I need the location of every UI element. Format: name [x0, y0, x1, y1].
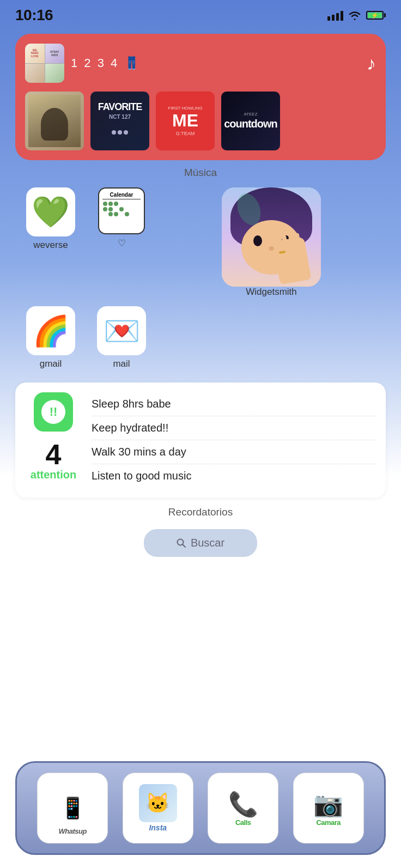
- signal-bar-1: [327, 16, 330, 21]
- reminder-count: 4: [46, 440, 62, 469]
- calendar-header: Calendar: [102, 192, 141, 199]
- reminder-item-1: Sleep 8hrs babe: [92, 392, 375, 416]
- status-icons: ⚡: [327, 10, 386, 21]
- reminder-attention-label: attention: [31, 469, 76, 481]
- nct127-text: NCT 127: [109, 114, 131, 120]
- favorite-text: FAVORITE: [98, 102, 142, 112]
- whatsup-label: Whatsup: [59, 827, 87, 835]
- countdown-text: countdown: [224, 118, 277, 130]
- calls-label: Calls: [235, 818, 251, 827]
- reminder-item-4: Listen to good music: [92, 464, 375, 488]
- signal-bar-2: [332, 15, 335, 21]
- jeans-icon: 👖: [124, 56, 139, 70]
- weverse-icon-wrapper[interactable]: 💚: [26, 187, 75, 236]
- album-collage: WENEEDLOVE STRAYKIDS: [25, 44, 64, 83]
- music-note-icon: ♪: [367, 53, 376, 74]
- first-howling-text: FIRST HOWLING: [168, 106, 202, 111]
- search-button[interactable]: Buscar: [144, 529, 257, 557]
- search-button-container: Buscar: [0, 529, 401, 557]
- album-thumb-2: FAVORITE NCT 127: [90, 92, 149, 150]
- dock: 📱 Whatsup 🐱 Insta 📞 Calls 📷 Camara: [15, 761, 386, 855]
- camara-label: Camara: [316, 818, 341, 827]
- gmail-app-col: 🌈 gmail: [15, 306, 86, 369]
- signal-bar-3: [336, 13, 339, 21]
- reminders-app-icon[interactable]: !!: [34, 392, 73, 432]
- app-icons-row2: 🌈 gmail 💌 mail: [0, 298, 401, 374]
- calendar-label: ♡: [118, 238, 126, 249]
- widgetsmith-icon-wrapper[interactable]: [222, 187, 321, 287]
- dock-insta[interactable]: 🐱 Insta: [123, 773, 193, 843]
- music-widget-top: WENEEDLOVE STRAYKIDS 1 2 3 4 👖 ♪: [25, 44, 376, 83]
- insta-cat-image: 🐱: [139, 784, 177, 822]
- mail-icon-wrapper[interactable]: 💌: [97, 306, 146, 355]
- insta-label: Insta: [149, 823, 167, 832]
- music-numbers: 1 2 3 4: [71, 56, 119, 70]
- calendar-icon-wrapper[interactable]: Calendar: [98, 187, 145, 234]
- gmail-icon-wrapper[interactable]: 🌈: [26, 306, 75, 355]
- album-thumb-4: ATEEZ countdown: [221, 92, 280, 150]
- calls-phone-icon: 📞: [228, 790, 258, 818]
- music-section-label: Música: [0, 167, 401, 179]
- dock-whatsup[interactable]: 📱 Whatsup: [37, 773, 108, 843]
- widgetsmith-label: Widgetsmith: [246, 287, 297, 298]
- battery-icon: ⚡: [366, 11, 386, 20]
- me-text: ME: [172, 111, 198, 131]
- search-label: Buscar: [191, 537, 224, 549]
- mail-app-col: 💌 mail: [86, 306, 157, 369]
- mail-envelope-icon: 💌: [104, 314, 140, 348]
- wifi-icon: [348, 10, 362, 21]
- weverse-label: weverse: [33, 240, 68, 251]
- reminder-item-2: Keep hydrated!!: [92, 416, 375, 440]
- signal-bar-4: [341, 11, 343, 21]
- reminder-item-3: Walk 30 mins a day: [92, 440, 375, 464]
- status-bar: 10:16 ⚡: [0, 0, 401, 28]
- reminders-list: Sleep 8hrs babe Keep hydrated!! Walk 30 …: [92, 392, 375, 488]
- dock-camara[interactable]: 📷 Camara: [293, 773, 364, 843]
- search-icon: [177, 538, 186, 548]
- music-widget[interactable]: WENEEDLOVE STRAYKIDS 1 2 3 4 👖 ♪: [15, 34, 386, 160]
- dock-calls[interactable]: 📞 Calls: [208, 773, 278, 843]
- svg-line-1: [183, 544, 185, 547]
- reminders-left-col: !! 4 attention: [26, 392, 81, 488]
- reminders-section-label: Recordatorios: [0, 506, 401, 518]
- app-icons-section: 💚 weverse Calendar: [0, 187, 401, 298]
- reminders-icon-mark: !!: [41, 400, 65, 424]
- status-time: 10:16: [15, 7, 53, 24]
- calendar-app-col: Calendar: [86, 187, 157, 249]
- weverse-app-col: 💚 weverse: [15, 187, 86, 251]
- gteam-text: G:TEAM: [176, 131, 195, 136]
- reminders-widget: !! 4 attention Sleep 8hrs babe Keep hydr…: [15, 383, 386, 497]
- signal-icon: [327, 10, 343, 21]
- widgetsmith-app-col: Widgetsmith: [157, 187, 386, 298]
- whatsup-phone-icon: 📱: [60, 796, 86, 820]
- album-thumb-1: [25, 92, 84, 150]
- camara-camera-icon: 📷: [313, 790, 343, 818]
- mail-label: mail: [113, 359, 130, 369]
- gmail-rainbow-icon: 🌈: [33, 314, 69, 348]
- gmail-label: gmail: [40, 359, 62, 369]
- weverse-heart-icon: 💚: [32, 194, 70, 230]
- album-thumb-3: FIRST HOWLING ME G:TEAM: [156, 92, 215, 150]
- music-albums-row: FAVORITE NCT 127 FIRST HOWLING ME G:TEAM: [25, 92, 376, 150]
